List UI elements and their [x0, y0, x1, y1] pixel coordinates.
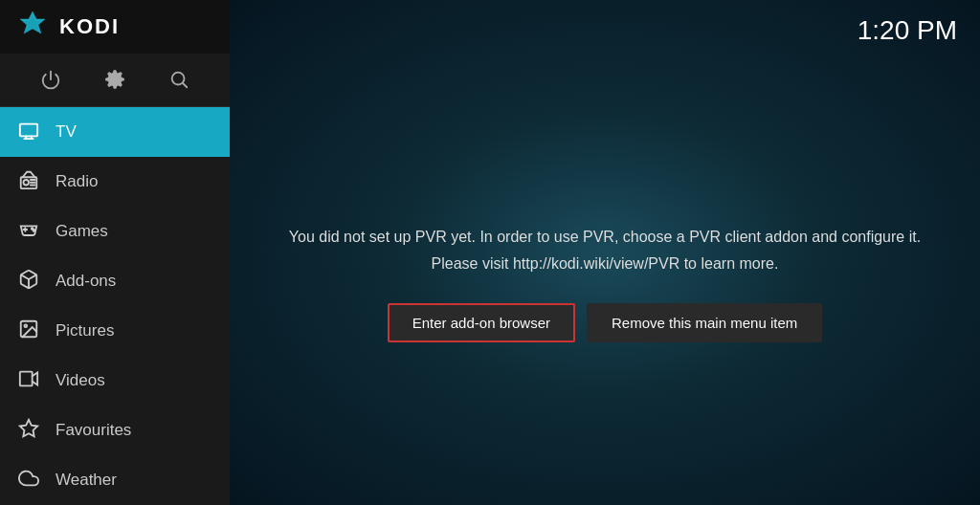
svg-point-2 [171, 73, 184, 85]
sidebar-item-games-label: Games [56, 222, 108, 241]
svg-line-3 [183, 84, 187, 88]
sidebar-item-videos-label: Videos [56, 371, 105, 390]
weather-icon [15, 468, 42, 494]
pictures-icon [15, 318, 42, 344]
sidebar-toolbar [0, 54, 230, 107]
search-button[interactable] [160, 60, 198, 99]
pvr-message: You did not set up PVR yet. In order to … [289, 224, 921, 275]
sidebar-item-pictures-label: Pictures [56, 321, 114, 340]
sidebar-item-weather-label: Weather [56, 471, 117, 490]
clock: 1:20 PM [858, 15, 957, 46]
pvr-message-line1: You did not set up PVR yet. In order to … [289, 229, 921, 245]
radio-icon [15, 169, 42, 195]
kodi-logo-icon [15, 10, 50, 44]
sidebar: KODI [0, 0, 230, 505]
app-title: KODI [59, 14, 120, 39]
favourites-icon [15, 418, 42, 444]
sidebar-item-addons-label: Add-ons [56, 272, 116, 291]
svg-point-14 [33, 230, 35, 231]
pvr-message-line2: Please visit http://kodi.wiki/view/PVR t… [432, 255, 779, 272]
svg-marker-19 [20, 419, 37, 435]
power-button[interactable] [32, 60, 70, 99]
sidebar-item-videos[interactable]: Videos [0, 356, 230, 406]
sidebar-item-tv[interactable]: TV [0, 107, 230, 157]
addons-icon [15, 269, 42, 295]
sidebar-item-favourites-label: Favourites [56, 421, 131, 440]
sidebar-nav: TV Radio [0, 107, 230, 505]
main-content: 1:20 PM You did not set up PVR yet. In o… [230, 0, 980, 505]
settings-button[interactable] [96, 60, 134, 99]
enter-addon-browser-button[interactable]: Enter add-on browser [388, 303, 575, 342]
sidebar-item-addons[interactable]: Add-ons [0, 256, 230, 306]
svg-point-9 [24, 180, 30, 186]
remove-menu-item-button[interactable]: Remove this main menu item [587, 303, 822, 342]
videos-icon [15, 368, 42, 394]
svg-rect-18 [20, 371, 33, 385]
top-bar: 1:20 PM [230, 0, 980, 61]
svg-point-17 [24, 324, 27, 327]
pvr-content: You did not set up PVR yet. In order to … [230, 61, 980, 505]
sidebar-item-radio[interactable]: Radio [0, 157, 230, 207]
pvr-buttons: Enter add-on browser Remove this main me… [388, 303, 823, 342]
svg-rect-4 [20, 123, 37, 136]
sidebar-header: KODI [0, 0, 230, 54]
tv-icon [15, 120, 42, 145]
sidebar-item-pictures[interactable]: Pictures [0, 306, 230, 356]
sidebar-item-games[interactable]: Games [0, 207, 230, 256]
sidebar-item-radio-label: Radio [56, 172, 98, 191]
sidebar-item-favourites[interactable]: Favourites [0, 406, 230, 455]
sidebar-item-tv-label: TV [56, 122, 77, 142]
sidebar-item-weather[interactable]: Weather [0, 455, 230, 505]
games-icon [15, 219, 42, 245]
